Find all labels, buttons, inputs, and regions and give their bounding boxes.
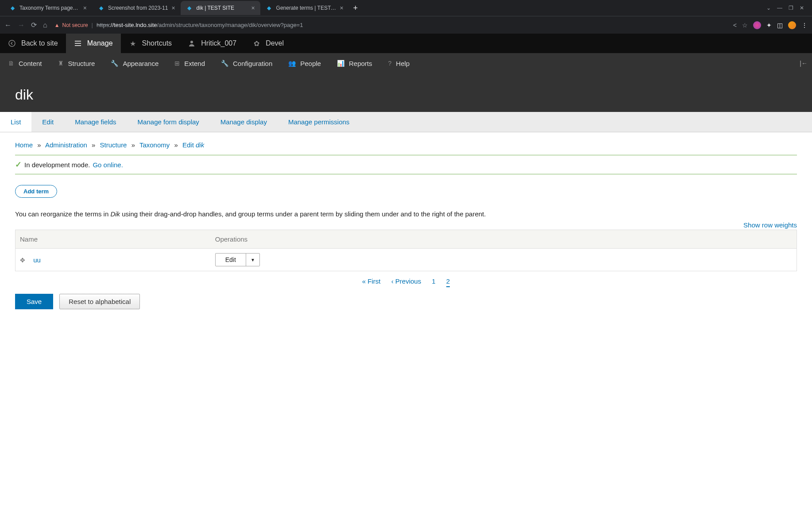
forward-icon[interactable]: → bbox=[18, 21, 25, 29]
page-header: dik bbox=[0, 73, 812, 112]
admin-configuration-link[interactable]: 🔧 Configuration bbox=[213, 53, 280, 73]
url-text: https://test-site.lndo.site/admin/struct… bbox=[97, 22, 303, 28]
operations-dropbutton: Edit ▼ bbox=[215, 253, 260, 266]
help-text: You can reorganize the terms in Dik usin… bbox=[15, 210, 797, 218]
minimize-icon[interactable]: — bbox=[777, 5, 782, 11]
close-icon[interactable]: × bbox=[83, 4, 87, 12]
tab-manage-form-display[interactable]: Manage form display bbox=[127, 112, 210, 132]
tab-strip: ◆ Taxonomy Terms page pa × ◆ Screenshot … bbox=[0, 0, 812, 16]
pager-page-1[interactable]: 1 bbox=[432, 277, 435, 285]
panel-icon[interactable]: ◫ bbox=[777, 22, 783, 29]
pager-current: 2 bbox=[446, 277, 450, 287]
question-icon: ? bbox=[388, 60, 392, 67]
shortcuts-link[interactable]: ★ Shortcuts bbox=[121, 34, 180, 53]
admin-extend-link[interactable]: ⊞ Extend bbox=[166, 53, 213, 73]
browser-tab[interactable]: ◆ Generate terms | TEST SIT × bbox=[260, 1, 349, 15]
extensions-icon[interactable]: ✦ bbox=[766, 22, 772, 29]
chevron-down-icon[interactable]: ⌄ bbox=[766, 5, 771, 11]
gear-icon: ✿ bbox=[252, 39, 260, 47]
manage-label: Manage bbox=[87, 39, 113, 47]
add-term-button[interactable]: Add term bbox=[15, 185, 57, 198]
admin-help-link[interactable]: ? Help bbox=[380, 53, 418, 73]
drupal-favicon-icon: ◆ bbox=[266, 4, 273, 12]
url-box[interactable]: ▲ Not secure | https://test-site.lndo.si… bbox=[53, 22, 728, 28]
pager-previous[interactable]: ‹ Previous bbox=[391, 277, 421, 285]
terms-table: Name Operations ✥ uu Edit ▼ bbox=[15, 230, 797, 271]
devel-link[interactable]: ✿ Devel bbox=[244, 34, 292, 53]
admin-content-link[interactable]: 🗎 Content bbox=[0, 53, 50, 73]
tab-manage-display[interactable]: Manage display bbox=[210, 112, 278, 132]
share-icon[interactable]: < bbox=[733, 22, 737, 29]
home-icon[interactable]: ⌂ bbox=[43, 21, 47, 29]
svg-point-1 bbox=[190, 41, 193, 43]
show-row-weights-link[interactable]: Show row weights bbox=[743, 221, 797, 229]
status-message: ✓ In development mode. Go online. bbox=[15, 155, 797, 174]
back-to-site-label: Back to site bbox=[21, 39, 58, 47]
back-icon[interactable]: ← bbox=[4, 21, 12, 29]
user-label: Hritick_007 bbox=[201, 39, 236, 47]
user-menu[interactable]: Hritick_007 bbox=[180, 34, 244, 53]
checkmark-icon: ✓ bbox=[15, 160, 22, 169]
tab-manage-fields[interactable]: Manage fields bbox=[64, 112, 127, 132]
browser-chrome: ◆ Taxonomy Terms page pa × ◆ Screenshot … bbox=[0, 0, 812, 34]
go-online-link[interactable]: Go online. bbox=[93, 161, 123, 169]
show-row-weights: Show row weights bbox=[15, 221, 797, 229]
tab-edit[interactable]: Edit bbox=[31, 112, 64, 132]
browser-tab[interactable]: ◆ Screenshot from 2023-11 × bbox=[92, 1, 181, 15]
tab-manage-permissions[interactable]: Manage permissions bbox=[278, 112, 360, 132]
wrench-icon: 🔧 bbox=[221, 60, 228, 67]
new-tab-button[interactable]: + bbox=[349, 4, 363, 13]
reset-button[interactable]: Reset to alphabetical bbox=[59, 294, 140, 309]
edit-button[interactable]: Edit bbox=[216, 254, 246, 266]
star-icon: ★ bbox=[129, 39, 137, 47]
admin-appearance-link[interactable]: 🔧 Appearance bbox=[103, 53, 166, 73]
tab-title: Screenshot from 2023-11 bbox=[108, 5, 168, 11]
tab-title: Taxonomy Terms page pa bbox=[19, 5, 80, 11]
reload-icon[interactable]: ⟳ bbox=[31, 21, 37, 29]
breadcrumb-edit[interactable]: Edit dik bbox=[182, 141, 204, 149]
manage-toggle[interactable]: Manage bbox=[66, 34, 121, 53]
breadcrumb-taxonomy[interactable]: Taxonomy bbox=[139, 141, 170, 149]
extension-icon[interactable] bbox=[753, 21, 761, 29]
close-window-icon[interactable]: ✕ bbox=[800, 5, 804, 11]
devel-label: Devel bbox=[266, 39, 284, 47]
bookmark-icon[interactable]: ☆ bbox=[742, 22, 748, 29]
tab-title: Generate terms | TEST SIT bbox=[276, 5, 336, 11]
close-icon[interactable]: × bbox=[340, 4, 343, 12]
drag-handle-icon[interactable]: ✥ bbox=[20, 257, 25, 264]
close-icon[interactable]: × bbox=[171, 4, 175, 12]
hamburger-icon bbox=[74, 39, 82, 47]
structure-icon: ♜ bbox=[58, 60, 64, 67]
drupal-favicon-icon: ◆ bbox=[9, 4, 16, 12]
table-row: ✥ uu Edit ▼ bbox=[15, 249, 797, 271]
breadcrumb-home[interactable]: Home bbox=[15, 141, 33, 149]
user-icon bbox=[188, 39, 196, 47]
maximize-icon[interactable]: ❐ bbox=[789, 5, 793, 11]
browser-tab[interactable]: ◆ dik | TEST SITE × bbox=[181, 1, 260, 15]
save-button[interactable]: Save bbox=[15, 294, 53, 309]
pager-first[interactable]: « First bbox=[362, 277, 381, 285]
dropbutton-toggle[interactable]: ▼ bbox=[246, 254, 259, 266]
admin-structure-link[interactable]: ♜ Structure bbox=[50, 53, 103, 73]
drupal-favicon-icon: ◆ bbox=[97, 4, 104, 12]
window-controls: ⌄ — ❐ ✕ bbox=[762, 5, 808, 11]
breadcrumb: Home » Administration » Structure » Taxo… bbox=[15, 139, 797, 155]
wrench-icon: 🔧 bbox=[111, 60, 118, 67]
browser-tab[interactable]: ◆ Taxonomy Terms page pa × bbox=[4, 1, 92, 15]
pager: « First ‹ Previous 1 2 bbox=[15, 271, 797, 294]
people-icon: 👥 bbox=[288, 60, 296, 67]
chart-icon: 📊 bbox=[337, 60, 344, 67]
admin-people-link[interactable]: 👥 People bbox=[280, 53, 329, 73]
breadcrumb-structure[interactable]: Structure bbox=[100, 141, 127, 149]
tab-list[interactable]: List bbox=[0, 112, 31, 132]
back-to-site-link[interactable]: Back to site bbox=[0, 34, 66, 53]
status-text: In development mode. bbox=[24, 161, 90, 169]
close-icon[interactable]: × bbox=[251, 4, 255, 12]
kebab-menu-icon[interactable]: ⋮ bbox=[801, 22, 808, 29]
collapse-toolbar-icon[interactable]: |← bbox=[800, 60, 808, 67]
profile-avatar-icon[interactable] bbox=[788, 21, 796, 29]
puzzle-icon: ⊞ bbox=[174, 60, 180, 67]
admin-reports-link[interactable]: 📊 Reports bbox=[329, 53, 380, 73]
term-link[interactable]: uu bbox=[33, 256, 41, 264]
breadcrumb-administration[interactable]: Administration bbox=[45, 141, 87, 149]
